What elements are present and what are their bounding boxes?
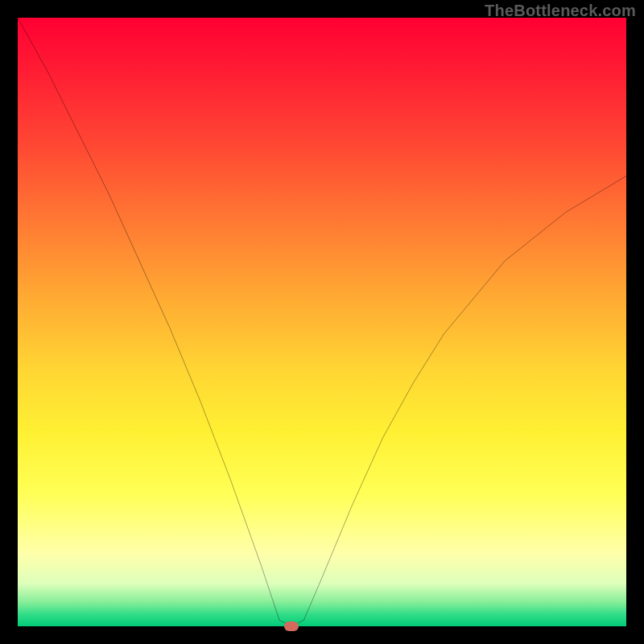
minimum-marker	[284, 621, 299, 631]
watermark-text: TheBottleneck.com	[485, 2, 636, 20]
chart-frame: TheBottleneck.com	[0, 0, 644, 644]
bottleneck-curve	[18, 18, 626, 626]
